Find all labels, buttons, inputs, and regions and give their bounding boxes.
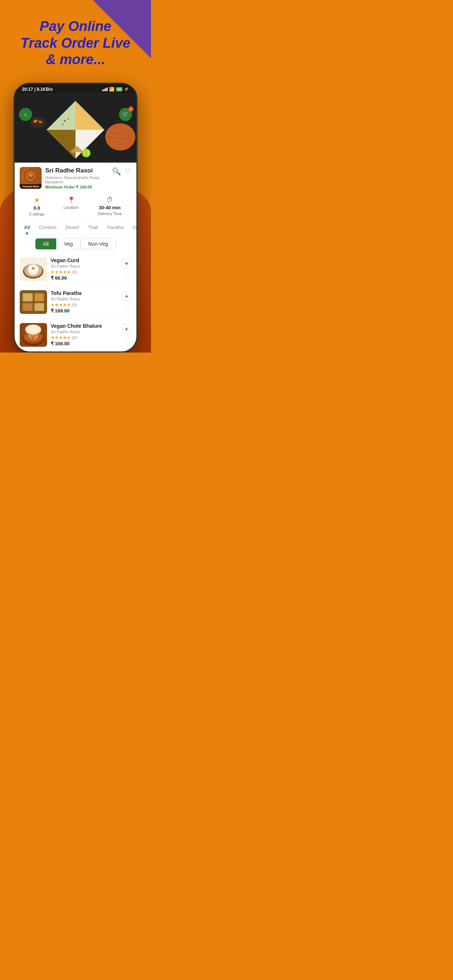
svg-point-29 (29, 173, 33, 177)
tab-snacks[interactable]: Snacks (128, 223, 136, 232)
action-icons: 🔍 ♡ (112, 167, 131, 176)
menu-item: Vegan Chole Bhature Sri Radhe Rasoi ★★★★… (14, 319, 136, 352)
item-restaurant: Sri Radhe Rasoi (51, 264, 118, 268)
item-image-curd (20, 258, 47, 281)
back-button[interactable]: ‹ (19, 108, 32, 121)
tab-desert[interactable]: Desert (61, 223, 83, 232)
tab-paratha[interactable]: Paratha (103, 223, 128, 232)
item-stars: ★★★★★ (0) (51, 302, 118, 307)
wifi-icon: 📶 (109, 87, 115, 92)
delivery-time: 30-40 min (99, 205, 121, 210)
svg-rect-41 (35, 294, 43, 301)
svg-point-35 (32, 267, 35, 270)
delivery-stat: ⏱ 30-40 min Delivery Time (97, 196, 122, 216)
phone-mockup: 20:17 | 8.1KB/s 📶 69 ⚡ (0, 83, 151, 353)
svg-point-10 (67, 118, 69, 119)
delivery-label: Delivery Time (97, 212, 122, 216)
svg-rect-39 (23, 294, 32, 301)
tab-thali[interactable]: Thali (83, 223, 102, 232)
rating-label: 0 ratings (29, 212, 45, 216)
add-button[interactable]: + (122, 325, 131, 334)
svg-rect-45 (35, 304, 43, 310)
restaurant-address: Hulimavu, Bannerghatta Road, Bangalore (45, 175, 108, 184)
item-name: Vegan Chole Bhature (51, 323, 118, 329)
item-name: Tofu Paratha (51, 290, 118, 296)
filter-nonveg[interactable]: Non-Veg (81, 239, 116, 250)
rating-value: 0.0 (33, 205, 40, 211)
phone-notch (56, 84, 96, 92)
item-favorite[interactable]: ♡ (124, 337, 129, 345)
promo-line1: Pay Online (40, 19, 111, 34)
status-time: 20:17 | 8.1KB/s (22, 87, 53, 92)
rating-stat: ★ 0.0 0 ratings (29, 196, 45, 216)
category-tabs: All Combos Desert Thali Paratha Snacks D… (14, 220, 136, 235)
promo-heading: Pay Online Track Order Live & more... (7, 18, 144, 68)
menu-list: Vegan Curd Sri Radhe Rasoi ★★★★★ (0) ₹ 6… (14, 253, 136, 352)
signal-icon (102, 88, 108, 91)
item-price: ₹ 169.00 (51, 308, 118, 313)
food-illustration (14, 93, 136, 162)
tab-all[interactable]: All (20, 223, 35, 232)
star-icon: ★ (34, 196, 40, 204)
restaurant-info: Closed Now Sri Radhe Rasoi Hulimavu, Ban… (14, 162, 136, 192)
item-actions: + ♡ (122, 259, 131, 279)
svg-point-53 (30, 337, 33, 339)
cart-icon: 🛒 (122, 111, 129, 118)
item-actions: + ♡ (122, 325, 131, 345)
restaurant-name: Sri Radhe Rasoi (45, 167, 108, 174)
item-price: ₹ 66.00 (51, 275, 118, 281)
location-label: Location (64, 205, 79, 210)
cart-button[interactable]: 🛒 1 (119, 108, 132, 121)
promo-text-block: Pay Online Track Order Live & more... (0, 0, 151, 79)
phone-frame: 20:17 | 8.1KB/s 📶 69 ⚡ (13, 83, 137, 353)
hero-image: ‹ 🛒 1 (14, 93, 136, 162)
charging-icon: ⚡ (124, 87, 129, 92)
svg-point-18 (30, 117, 45, 127)
item-favorite[interactable]: ♡ (124, 271, 129, 279)
menu-item: Tofu Paratha Sri Radhe Rasoi ★★★★★ (0) ₹… (14, 286, 136, 319)
promo-line2: Track Order Live (21, 35, 130, 51)
promo-line3: & more... (46, 52, 105, 67)
favorite-icon[interactable]: ♡ (125, 167, 131, 176)
back-icon: ‹ (24, 111, 26, 118)
item-restaurant: Sri Radhe Rasoi (51, 297, 118, 301)
svg-point-11 (62, 124, 64, 125)
filter-veg[interactable]: Veg (56, 239, 80, 250)
svg-point-13 (107, 125, 134, 149)
item-stars: ★★★★★ (0) (51, 269, 118, 275)
min-order: Minimum Order ₹ 100.00 (45, 185, 108, 189)
svg-rect-43 (23, 304, 32, 310)
item-details: Tofu Paratha Sri Radhe Rasoi ★★★★★ (0) ₹… (51, 290, 118, 313)
item-actions: + ♡ (122, 292, 131, 312)
tab-combos[interactable]: Combos (35, 223, 61, 232)
item-restaurant: Sri Radhe Rasoi (51, 329, 118, 334)
item-favorite[interactable]: ♡ (124, 304, 129, 312)
stats-row: ★ 0.0 0 ratings 📍 Location ⏱ 30-40 min D… (14, 192, 136, 220)
item-stars: ★★★★★ (0) (51, 335, 118, 340)
battery-icon: 69 (116, 87, 123, 92)
location-icon: 📍 (67, 196, 75, 204)
menu-item: Vegan Curd Sri Radhe Rasoi ★★★★★ (0) ₹ 6… (14, 253, 136, 286)
item-image-paratha (20, 290, 47, 314)
restaurant-details: Sri Radhe Rasoi Hulimavu, Bannerghatta R… (45, 167, 108, 189)
status-icons: 📶 69 ⚡ (102, 87, 129, 92)
closed-badge: Closed Now (20, 184, 41, 189)
search-icon[interactable]: 🔍 (112, 167, 121, 176)
restaurant-header: Closed Now Sri Radhe Rasoi Hulimavu, Ban… (20, 167, 131, 189)
item-details: Vegan Curd Sri Radhe Rasoi ★★★★★ (0) ₹ 6… (51, 258, 118, 281)
item-price: ₹ 169.00 (51, 341, 118, 346)
svg-point-54 (34, 337, 37, 339)
cart-badge: 1 (128, 107, 134, 111)
svg-point-56 (26, 325, 40, 333)
svg-point-9 (64, 119, 66, 122)
item-details: Vegan Chole Bhature Sri Radhe Rasoi ★★★★… (51, 323, 118, 346)
add-button[interactable]: + (122, 259, 131, 268)
location-stat[interactable]: 📍 Location (64, 196, 79, 216)
filter-all[interactable]: All (35, 239, 57, 250)
item-name: Vegan Curd (51, 258, 118, 263)
item-image-chole (20, 323, 47, 347)
restaurant-logo: Closed Now (20, 167, 41, 189)
clock-icon: ⏱ (107, 196, 113, 204)
diet-filter: All Veg Non-Veg (14, 235, 136, 253)
add-button[interactable]: + (122, 292, 131, 301)
